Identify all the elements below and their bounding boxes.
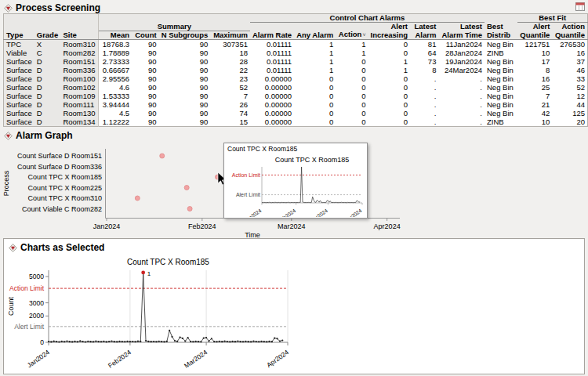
- action-limit-label: Action Limit: [232, 172, 260, 178]
- cell: 0.00000: [250, 74, 294, 83]
- x-tick-label: Mar2024: [278, 222, 306, 230]
- cell: 90: [132, 74, 158, 83]
- cell: .: [410, 118, 438, 127]
- charts-as-selected-panel: Charts as Selected Count TPC X Room18502…: [3, 238, 585, 374]
- cell: 0.00000: [250, 92, 294, 100]
- cell: Surface: [4, 92, 34, 100]
- cell: 1: [294, 57, 336, 66]
- cell: .: [410, 109, 438, 118]
- process-tick-label: Count TPC X Room225: [28, 184, 102, 192]
- column-header-quantile[interactable]: Quantile: [552, 31, 587, 40]
- cell: 37: [552, 57, 587, 66]
- column-header-alert[interactable]: Alert: [368, 23, 411, 31]
- red-triangle-menu-icon[interactable]: [4, 132, 13, 140]
- table-row[interactable]: ViableCRoom2821.788899090180.01111110642…: [4, 49, 588, 57]
- sort-descending-icon: ˅: [362, 32, 365, 38]
- cell: 90: [132, 92, 158, 100]
- cell: 3.94444: [98, 100, 132, 109]
- column-header-control-chart-alarms[interactable]: Control Chart Alarms: [250, 14, 485, 23]
- cell: .: [410, 92, 438, 100]
- alarm-marker[interactable]: [141, 271, 145, 275]
- table-row[interactable]: TPCXRoom31018768.390903073510.0111111081…: [4, 40, 588, 49]
- process-tick-label: Count TPC X Room185: [28, 173, 102, 181]
- column-header-best[interactable]: Best: [485, 23, 517, 31]
- column-header-alert[interactable]: Alert: [517, 23, 552, 31]
- table-row[interactable]: SurfaceDRoom1002.955569090230.00000000..…: [4, 74, 588, 83]
- column-header-alarm-rate[interactable]: Alarm Rate: [250, 31, 294, 40]
- cell: 20: [552, 118, 587, 127]
- column-header-action[interactable]: Action˅: [336, 31, 368, 40]
- column-header-action[interactable]: Action: [552, 23, 587, 31]
- cell: D: [34, 92, 61, 100]
- x-tick-label: Jan2024: [26, 348, 52, 369]
- column-header-spacer: [485, 14, 517, 23]
- column-header-latest[interactable]: Latest: [438, 23, 485, 31]
- column-header-quantile[interactable]: Quantile: [517, 31, 552, 40]
- column-header-alarm[interactable]: Alarm: [410, 31, 438, 40]
- column-header-spacer: [336, 23, 368, 31]
- table-row[interactable]: SurfaceDRoom1113.944449090260.00000000..…: [4, 100, 588, 109]
- column-header-maximum[interactable]: Maximum: [210, 31, 250, 40]
- panel-title: Process Screening: [16, 2, 100, 13]
- alarm-point[interactable]: [135, 196, 140, 201]
- cell: 4.6: [98, 83, 132, 92]
- column-header-increasing[interactable]: Increasing: [368, 31, 411, 40]
- table-row[interactable]: SurfaceDRoom1341.122229090150.00000000..…: [4, 118, 588, 127]
- cell: 73: [410, 57, 438, 66]
- table-row[interactable]: SurfaceDRoom1512.733339090280.0111110173…: [4, 57, 588, 66]
- tooltip-process-label: Count TPC X Room185: [224, 143, 367, 154]
- cell: 7: [210, 92, 250, 100]
- cell: 7: [517, 92, 552, 100]
- cell: 4.5: [98, 109, 132, 118]
- cell: Neg Bin: [485, 100, 517, 109]
- selected-control-chart[interactable]: Count TPC X Room1850200030005000Action L…: [4, 255, 341, 374]
- column-header-mean[interactable]: Mean: [98, 31, 132, 40]
- red-triangle-menu-icon[interactable]: [4, 4, 13, 13]
- cell: 1: [294, 40, 336, 49]
- cell: Surface: [4, 109, 34, 118]
- cell: 90: [159, 118, 211, 127]
- column-header-distrib[interactable]: Distrib: [485, 31, 517, 40]
- column-header-latest[interactable]: Latest: [410, 23, 438, 31]
- column-header-alarm-time[interactable]: Alarm Time: [438, 31, 485, 40]
- cell: 1: [368, 57, 411, 66]
- cell: 1: [336, 49, 368, 57]
- table-row[interactable]: SurfaceDRoom1024.69090520.00000000..Neg …: [4, 83, 588, 92]
- x-tick-label: Mar2024: [309, 208, 328, 217]
- cell: 90: [159, 74, 211, 83]
- action-limit-label: Action Limit: [9, 284, 45, 292]
- cell: Surface: [4, 57, 34, 66]
- cell: Neg Bin: [485, 57, 517, 66]
- cell: .: [410, 100, 438, 109]
- cell: D: [34, 66, 61, 74]
- alarm-point[interactable]: [160, 154, 165, 158]
- column-header-count[interactable]: Count: [132, 31, 158, 40]
- cell: 0.01111: [250, 57, 294, 66]
- column-header-any-alarm[interactable]: Any Alarm: [294, 31, 336, 40]
- cell: D: [34, 118, 61, 127]
- cell: Neg Bin: [485, 109, 517, 118]
- column-header-site[interactable]: Site: [60, 31, 98, 40]
- alarm-point[interactable]: [184, 186, 189, 190]
- cell: .: [438, 109, 485, 118]
- column-header-type[interactable]: Type: [4, 31, 34, 40]
- alarm-point[interactable]: [187, 207, 192, 212]
- y-axis-title: Count: [7, 297, 15, 316]
- table-row[interactable]: SurfaceDRoom3360.666679090220.0111110182…: [4, 66, 588, 74]
- data-table-icon[interactable]: [575, 2, 585, 13]
- column-header-best-fit[interactable]: Best Fit: [517, 14, 587, 23]
- cell: 2.73333: [98, 57, 132, 66]
- cell: 1.12222: [98, 118, 132, 127]
- column-header-summary[interactable]: Summary: [98, 23, 250, 31]
- cell: Neg Bin: [485, 83, 517, 92]
- cell: Surface: [4, 74, 34, 83]
- table-row[interactable]: SurfaceDRoom1304.59090740.00000000..Neg …: [4, 109, 588, 118]
- column-header-n-subgroups[interactable]: N Subgroups: [159, 31, 211, 40]
- cell: Room282: [60, 49, 98, 57]
- table-row[interactable]: SurfaceDRoom1091.53333909070.00000000..N…: [4, 92, 588, 100]
- x-tick-label: Feb2024: [277, 208, 296, 217]
- hover-graphlet-tooltip: Count TPC X Room185 Count TPC X Room185A…: [223, 143, 368, 219]
- column-header-grade[interactable]: Grade: [34, 31, 61, 40]
- red-triangle-menu-icon[interactable]: [9, 244, 17, 252]
- cell: Room134: [60, 118, 98, 127]
